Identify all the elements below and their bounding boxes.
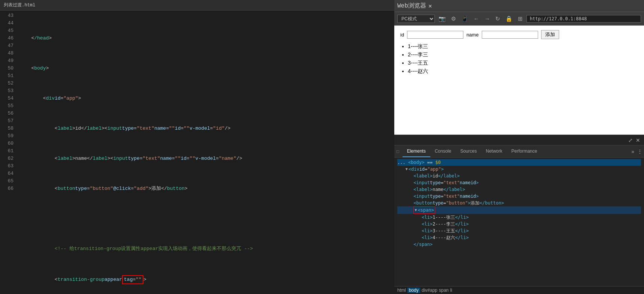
- code-line-48: <button type="button" @click="add">添加</b…: [17, 185, 394, 192]
- code-line-45: <div id="app">: [17, 95, 394, 102]
- url-bar[interactable]: [526, 15, 641, 23]
- browser-content: id name 添加 1----张三 2----李三 3----王五 4----…: [394, 26, 644, 135]
- list-item: 3----王五: [408, 59, 638, 67]
- dom-line-body[interactable]: ... <body> == $0: [397, 159, 641, 166]
- more-tabs-btn[interactable]: »: [630, 148, 636, 155]
- inspect-icon[interactable]: ⬚: [394, 145, 401, 157]
- tab-network[interactable]: Network: [481, 145, 507, 157]
- code-line-50: <!-- 给transition-group设置属性appear实现入场动画，使…: [17, 245, 394, 253]
- right-panel: Web浏览器 ✕ PC模式 📷 ⚙ 📱 ← → ↻ 🔒 ⊞ id name 添加…: [394, 0, 644, 294]
- browser-title: Web浏览器: [397, 2, 426, 10]
- editor-titlebar: 列表过渡.html: [0, 0, 394, 11]
- id-label: id: [400, 32, 404, 38]
- share-btn[interactable]: ⊞: [516, 15, 524, 23]
- dom-line-label-id[interactable]: <label>id</label>: [397, 173, 641, 179]
- breadcrumb-div[interactable]: div#app: [422, 288, 437, 293]
- breadcrumb-li[interactable]: li: [450, 288, 452, 293]
- add-btn[interactable]: 添加: [541, 30, 559, 39]
- code-line-49: [17, 215, 394, 223]
- code-content[interactable]: </head> <body> <div id="app"> <label>id<…: [17, 11, 394, 294]
- name-label: name: [466, 32, 479, 38]
- dom-line-li-3[interactable]: <li>3----王五</li>: [397, 227, 641, 234]
- devtools-titlebar: ⤢ ✕: [394, 135, 644, 145]
- breadcrumb-html[interactable]: html: [397, 288, 406, 293]
- devtools-body: ... <body> == $0 ▼<div id="app"> <label>…: [394, 158, 644, 294]
- editor-filename: 列表过渡.html: [4, 2, 35, 8]
- id-input[interactable]: [407, 31, 463, 39]
- refresh-btn[interactable]: ↻: [494, 15, 502, 23]
- dom-tree[interactable]: ... <body> == $0 ▼<div id="app"> <label>…: [394, 158, 644, 286]
- tab-performance[interactable]: Performance: [507, 145, 542, 157]
- line-numbers: 4344454647 4849505152 5354555657 5859606…: [0, 11, 17, 294]
- dom-line-li-4[interactable]: <li>4----赵六</li>: [397, 234, 641, 241]
- dom-line-li-2[interactable]: <li>2----李三</li>: [397, 221, 641, 227]
- form-row: id name 添加: [400, 30, 638, 39]
- list-item: 1----张三: [408, 42, 638, 50]
- back-btn[interactable]: ←: [472, 15, 481, 23]
- code-line-44: <body>: [17, 65, 394, 72]
- breadcrumb-body[interactable]: body: [407, 288, 420, 293]
- screenshot-btn[interactable]: 📷: [437, 15, 447, 23]
- browser-toolbar: PC模式 📷 ⚙ 📱 ← → ↻ 🔒 ⊞: [394, 12, 644, 26]
- code-area: 4344454647 4849505152 5354555657 5859606…: [0, 11, 394, 294]
- code-line-43: </head>: [17, 35, 394, 42]
- dom-line-button[interactable]: <button type="button">添加</button>: [397, 200, 641, 206]
- dom-line-input-text-2[interactable]: <input type="text" name id>: [397, 193, 641, 200]
- tab-sources[interactable]: Sources: [456, 145, 481, 157]
- code-line-46: <label>id</label><input type="text" name…: [17, 125, 394, 132]
- list-item: 2----李三: [408, 50, 638, 59]
- dom-line-input-text-1[interactable]: <input type="text" name id>: [397, 179, 641, 186]
- dom-breadcrumb: html body div#app span li: [394, 286, 644, 294]
- dom-line-span[interactable]: ▼<span>: [397, 206, 641, 214]
- dom-line-label-name[interactable]: <label>name</label>: [397, 186, 641, 193]
- mode-select[interactable]: PC模式: [397, 15, 435, 23]
- forward-btn[interactable]: →: [483, 15, 492, 23]
- list-item: 4----赵六: [408, 67, 638, 75]
- devtools-expand-btn[interactable]: ⤢: [627, 136, 634, 144]
- mobile-btn[interactable]: 📱: [460, 15, 470, 23]
- settings-btn[interactable]: ⚙: [449, 15, 457, 23]
- code-line-47: <label>name</label><input type="text" na…: [17, 155, 394, 162]
- code-line-51: <transition-group appear tag="">: [17, 275, 394, 284]
- dom-line-div-app[interactable]: ▼<div id="app">: [397, 166, 641, 173]
- dom-line-span-close[interactable]: </span>: [397, 241, 641, 248]
- tab-console[interactable]: Console: [430, 145, 456, 157]
- lock-btn[interactable]: 🔒: [504, 15, 514, 23]
- browser-close-btn[interactable]: ✕: [428, 2, 432, 10]
- tab-elements[interactable]: Elements: [403, 145, 430, 157]
- devtools-panel: ⤢ ✕ ⬚ Elements Console Sources Network P…: [394, 135, 644, 294]
- browser-titlebar: Web浏览器 ✕: [394, 0, 644, 12]
- editor-panel: 列表过渡.html 4344454647 4849505152 53545556…: [0, 0, 394, 294]
- dom-line-li-1[interactable]: <li>1----张三</li>: [397, 214, 641, 221]
- devtools-tabs: ⬚ Elements Console Sources Network Perfo…: [394, 145, 644, 158]
- list-area: 1----张三 2----李三 3----王五 4----赵六: [400, 42, 638, 75]
- devtools-menu-btn[interactable]: ⋮: [636, 148, 644, 155]
- devtools-close-btn[interactable]: ✕: [634, 136, 642, 144]
- name-input[interactable]: [482, 31, 538, 39]
- breadcrumb-span[interactable]: span: [439, 288, 449, 293]
- devtools-more: » ⋮: [630, 145, 644, 157]
